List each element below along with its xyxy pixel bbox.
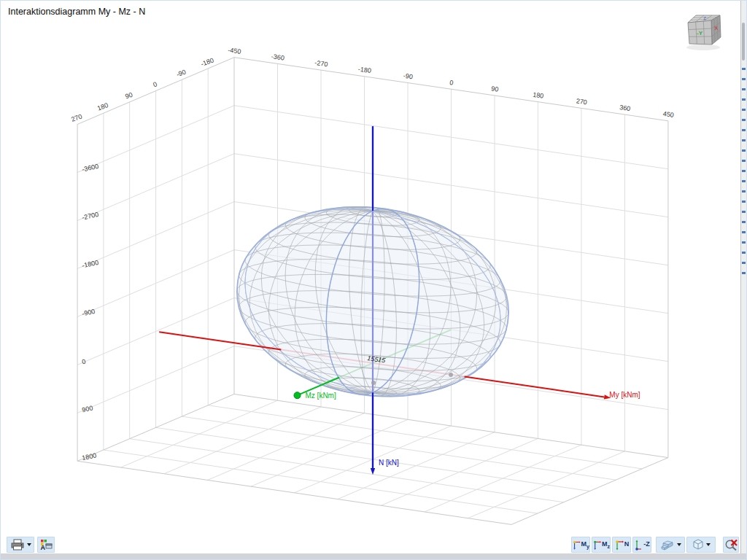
svg-text:-2700: -2700 [81, 211, 99, 222]
svg-text:900: 900 [81, 404, 93, 413]
svg-text:270: 270 [70, 112, 83, 123]
svg-text:Z: Z [703, 16, 706, 20]
display-properties-icon: A [39, 539, 53, 551]
svg-text:1800: 1800 [81, 451, 97, 462]
wireframe-cube-icon [692, 539, 704, 551]
axis-minus-z-icon [634, 540, 643, 551]
sliver-row-icon [742, 109, 746, 111]
axis-my-icon [572, 540, 581, 551]
cancel-zoom-icon [724, 538, 738, 551]
sliver-row-icon [742, 190, 746, 192]
sliver-row-icon [742, 201, 746, 203]
print-button[interactable] [7, 537, 34, 553]
svg-text:0: 0 [81, 358, 86, 366]
sliver-row-icon [742, 68, 746, 70]
bottom-toolbar: A My Mz [1, 536, 746, 554]
interaction-diagram-panel: My [kNm]Mz [kNm]N [kN]15515-450-360-270-… [0, 0, 747, 560]
adjacent-panel-sliver [740, 1, 746, 553]
sliver-row-icon [742, 231, 746, 233]
sliver-row-icon [742, 262, 746, 264]
diagram-3d-view[interactable]: My [kNm]Mz [kNm]N [kN]15515-450-360-270-… [1, 1, 747, 560]
sliver-row-icon [742, 149, 746, 152]
navigation-cube[interactable]: -YXZ [684, 11, 727, 52]
sliver-row-icon [742, 129, 746, 131]
svg-text:-450: -450 [228, 47, 241, 55]
printer-icon [10, 539, 25, 551]
svg-text:N [kN]: N [kN] [379, 459, 399, 467]
svg-text:-270: -270 [314, 59, 328, 68]
sliver-row-icon [742, 252, 746, 254]
sliver-row-icon [742, 211, 746, 213]
sliver-scroll-thumb [742, 23, 745, 61]
svg-text:360: 360 [619, 104, 631, 112]
axis-mz-icon [592, 540, 601, 551]
svg-text:90: 90 [491, 85, 499, 93]
svg-text:0: 0 [152, 80, 158, 88]
svg-text:180: 180 [96, 101, 109, 112]
sliver-row-icon [742, 180, 746, 182]
svg-text:-180: -180 [200, 56, 214, 68]
sliver-row-icon [742, 272, 746, 274]
svg-text:-900: -900 [81, 308, 96, 318]
svg-text:450: 450 [662, 110, 674, 119]
svg-text:-Y: -Y [697, 30, 703, 36]
view-along-mz-button[interactable]: Mz [592, 537, 611, 553]
svg-text:-360: -360 [271, 52, 285, 61]
svg-text:270: 270 [576, 97, 587, 106]
svg-text:-90: -90 [403, 72, 413, 81]
svg-text:-90: -90 [176, 69, 187, 79]
display-properties-button[interactable]: A [37, 537, 55, 553]
status-strip [1, 553, 746, 559]
solid-blocks-icon [660, 539, 675, 551]
sliver-row-icon [742, 160, 746, 162]
sliver-row-icon [742, 170, 746, 172]
dropdown-arrow-icon[interactable] [27, 543, 31, 546]
svg-text:-3600: -3600 [81, 163, 99, 174]
svg-text:-1800: -1800 [81, 259, 99, 270]
sliver-row-icon [742, 241, 746, 244]
cancel-zoom-button[interactable] [723, 537, 739, 553]
view-minus-z-button[interactable]: -Z [632, 537, 651, 553]
sliver-row-icon [742, 88, 746, 90]
svg-text:-180: -180 [357, 66, 371, 74]
svg-text:Mz [kNm]: Mz [kNm] [306, 392, 336, 400]
view-along-my-button[interactable]: My [571, 537, 590, 553]
dropdown-arrow-icon[interactable] [706, 543, 711, 546]
view-mode-dropdown[interactable] [656, 537, 685, 553]
view-along-n-button[interactable]: N [612, 537, 631, 553]
sliver-row-icon [742, 78, 746, 80]
panel-title: Interaktionsdiagramm My - Mz - N [8, 7, 145, 17]
svg-text:My [kNm]: My [kNm] [609, 391, 640, 399]
sliver-row-icon [742, 139, 746, 141]
svg-text:A: A [41, 544, 46, 551]
dropdown-arrow-icon[interactable] [677, 543, 681, 546]
svg-text:0: 0 [449, 79, 454, 87]
sliver-row-icon [742, 98, 746, 101]
sliver-row-icon [742, 221, 746, 223]
sliver-row-icon [742, 119, 746, 121]
svg-text:180: 180 [533, 91, 544, 100]
projection-mode-dropdown[interactable] [686, 537, 716, 553]
axis-n-icon [614, 540, 624, 551]
svg-text:90: 90 [124, 91, 133, 101]
